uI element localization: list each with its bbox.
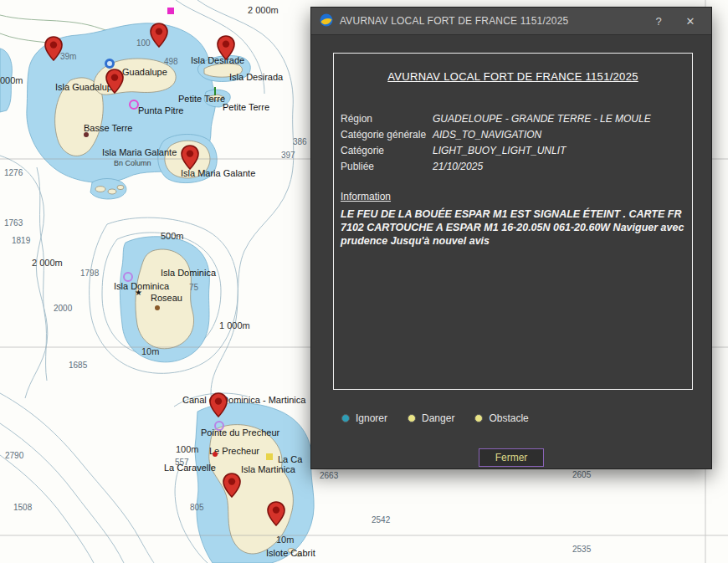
dialog-legend: IgnorerDangerObstacle: [341, 412, 529, 424]
field-value: 21/10/2025: [433, 161, 483, 172]
map-pin[interactable]: [223, 473, 241, 498]
avurnav-dialog: AVURNAV LOCAL FORT DE FRANCE 1151/2025 ?…: [310, 7, 712, 469]
map-pin[interactable]: [217, 35, 235, 60]
field-row: Catégorie généraleAIDS_TO_NAVIGATION: [341, 129, 685, 141]
legend-dot-icon: [408, 414, 416, 422]
dialog-heading: AVURNAV LOCAL FORT DE FRANCE 1151/2025: [341, 70, 685, 83]
legend-item-obstacle: Obstacle: [474, 412, 528, 424]
legend-label: Danger: [422, 412, 454, 424]
dialog-content: AVURNAV LOCAL FORT DE FRANCE 1151/2025 R…: [333, 53, 693, 390]
field-label: Région: [341, 113, 433, 125]
legend-dot-icon: [474, 414, 483, 422]
field-label: Publiée: [341, 161, 433, 172]
field-label: Catégorie: [341, 145, 433, 156]
fermer-button[interactable]: Fermer: [479, 448, 544, 467]
field-row: CatégorieLIGHT_BUOY_LIGHT_UNLIT: [341, 145, 685, 156]
map-pin[interactable]: [44, 36, 63, 61]
legend-label: Ignorer: [356, 412, 387, 424]
dialog-fields: RégionGUADELOUPE - GRANDE TERRE - LE MOU…: [341, 113, 685, 172]
button-row: Fermer: [311, 448, 711, 467]
help-button[interactable]: ?: [646, 15, 671, 28]
map-pin[interactable]: [181, 145, 199, 170]
legend-item-ignorer: Ignorer: [341, 412, 387, 424]
field-value: GUADELOUPE - GRANDE TERRE - LE MOULE: [433, 113, 651, 125]
dialog-title: AVURNAV LOCAL FORT DE FRANCE 1151/2025: [340, 15, 639, 27]
legend-dot-icon: [341, 414, 350, 422]
map-pin[interactable]: [267, 501, 285, 526]
close-icon[interactable]: ✕: [678, 15, 703, 28]
dialog-titlebar[interactable]: AVURNAV LOCAL FORT DE FRANCE 1151/2025 ?…: [311, 8, 711, 35]
map-pin[interactable]: [105, 69, 124, 94]
chart-application: 2 000m10039m498Isla DesiradeIsla Desirad…: [0, 0, 728, 563]
information-text: LE FEU DE LA BOUÉE ESPAR M1 EST SIGNALE …: [341, 207, 685, 248]
field-row: Publiée21/10/2025: [341, 161, 685, 172]
field-value: AIDS_TO_NAVIGATION: [433, 129, 541, 141]
field-label: Catégorie générale: [341, 129, 433, 141]
legend-item-danger: Danger: [408, 412, 454, 424]
map-pin[interactable]: [209, 392, 228, 417]
app-icon: [320, 13, 333, 29]
field-row: RégionGUADELOUPE - GRANDE TERRE - LE MOU…: [341, 113, 685, 125]
information-label: Information: [341, 191, 685, 202]
field-value: LIGHT_BUOY_LIGHT_UNLIT: [433, 145, 566, 156]
legend-label: Obstacle: [489, 412, 528, 424]
map-pin[interactable]: [150, 23, 168, 48]
